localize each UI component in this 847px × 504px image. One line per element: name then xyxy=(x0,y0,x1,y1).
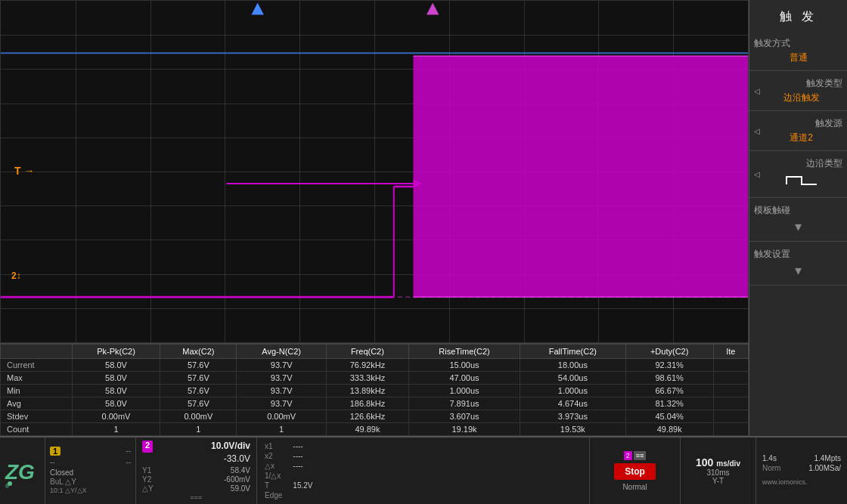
ch1-number: 1 xyxy=(50,447,60,456)
row-label: Stdev xyxy=(1,410,73,423)
svg-marker-2 xyxy=(427,3,439,15)
row-cell: 1.000us xyxy=(408,385,520,397)
ch2-badge: 2 xyxy=(624,451,632,460)
edge-type-label: 边沿类型 xyxy=(760,157,842,170)
col-header-fall: FallTime(C2) xyxy=(520,345,625,359)
row-cell: 1 xyxy=(72,423,160,436)
ch2-offset: -33.0V xyxy=(224,453,250,464)
trigger-mode-label: 触发方式 xyxy=(754,37,842,50)
time-val: 310ms xyxy=(706,468,729,477)
trigger-source-item[interactable]: ◁ 触发源 通道2 xyxy=(749,111,847,151)
row-label: Avg xyxy=(1,397,73,410)
col-header-rise: RiseTime(C2) xyxy=(408,345,520,359)
row-cell xyxy=(713,385,748,397)
stop-button-area: 2 ≡≡ Stop Normal xyxy=(590,438,681,504)
trigger-2-marker: 2↕ xyxy=(11,271,21,281)
edge-val xyxy=(293,491,312,499)
template-trigger-item[interactable]: 模板触碰 ▾ xyxy=(749,198,847,242)
edge-label: Edge xyxy=(265,491,282,499)
col-header-avgn: Avg-N(C2) xyxy=(237,345,327,359)
row-cell: 45.04% xyxy=(625,410,713,423)
right-panel: 触 发 触发方式 普通 ◁ 触发类型 边沿触发 ◁ 触发源 通道2 xyxy=(749,0,847,436)
trigger-source-label: 触发源 xyxy=(760,117,842,130)
trigger-cursor-info: x1 ---- x2 ---- △x ---- 1/△x T 15.2V Edg… xyxy=(257,438,590,504)
row-cell: 47.00us xyxy=(408,372,520,385)
row-cell xyxy=(713,397,748,410)
row-cell: 18.00us xyxy=(520,359,625,372)
ch2-dy: 59.0V xyxy=(231,484,250,493)
dx-label: △x xyxy=(265,462,282,470)
row-cell: 93.7V xyxy=(237,359,327,372)
trigger-type-value: 边沿触发 xyxy=(760,91,842,104)
table-row: Max58.0V57.6V93.7V333.3kHz47.00us54.00us… xyxy=(1,372,749,385)
row-cell: 4.674us xyxy=(520,397,625,410)
row-label: Max xyxy=(1,372,73,385)
row-cell: 57.6V xyxy=(160,397,237,410)
row-cell: 0.00mV xyxy=(237,410,327,423)
ch2-number: 2 xyxy=(142,441,153,453)
x1-label: x1 xyxy=(265,442,282,450)
yt-label: Y-T xyxy=(712,477,724,485)
edge-type-item[interactable]: ◁ 边沿类型 xyxy=(749,151,847,198)
trigger-type-arrow: ◁ xyxy=(754,87,760,95)
row-cell: 3.607us xyxy=(408,410,520,423)
monitor-badge: ≡≡ xyxy=(634,451,647,460)
stop-button[interactable]: Stop xyxy=(614,463,656,480)
trigger-type-item[interactable]: ◁ 触发类型 边沿触发 xyxy=(749,71,847,111)
col-header-duty: +Duty(C2) xyxy=(625,345,713,359)
col-header-freq: Freq(C2) xyxy=(326,345,408,359)
row-cell: 49.89k xyxy=(625,423,713,436)
row-cell: 58.0V xyxy=(72,372,160,385)
row-cell: 3.973us xyxy=(520,410,625,423)
dx-val: ---- xyxy=(293,462,312,470)
trigger-settings-item[interactable]: 触发设置 ▾ xyxy=(749,242,847,286)
row-cell: 93.7V xyxy=(237,397,327,410)
template-trigger-label: 模板触碰 xyxy=(754,204,842,217)
ch2-y1-label: Y1 xyxy=(142,466,151,475)
row-label: Min xyxy=(1,385,73,397)
trigger-mode-item[interactable]: 触发方式 普通 xyxy=(749,31,847,71)
row-cell: 0.00mV xyxy=(160,410,237,423)
table-row: Avg58.0V57.6V93.7V186.8kHz7.891us4.674us… xyxy=(1,397,749,410)
trigger-source-value: 通道2 xyxy=(760,131,842,144)
row-cell: 93.7V xyxy=(237,385,327,397)
trigger-type-label: 触发类型 xyxy=(760,77,842,90)
ch2-dy-label: △Y xyxy=(142,484,154,493)
ch2-info: 2 10.0V/div -33.0V Y1 58.4V Y2 -600mV △Y… xyxy=(136,438,257,504)
row-cell xyxy=(713,410,748,423)
x2-label: x2 xyxy=(265,452,282,460)
row-cell: 126.6kHz xyxy=(326,410,408,423)
ch1-closed: Closed xyxy=(50,468,73,477)
row-cell: 58.0V xyxy=(72,397,160,410)
table-row: Current58.0V57.6V93.7V76.92kHz15.00us18.… xyxy=(1,359,749,372)
row-cell: 1 xyxy=(237,423,327,436)
waveform-area: T → 2↕ xyxy=(0,0,749,343)
time-display: 100 ms/div 310ms Y-T xyxy=(681,438,756,504)
row-cell: 57.6V xyxy=(160,385,237,397)
norm-label: Norm xyxy=(762,464,780,472)
row-cell: 57.6V xyxy=(160,359,237,372)
website: www.iomonics. xyxy=(762,478,808,486)
norm-sample: 1.00MSa/ xyxy=(808,464,841,472)
row-label: Count xyxy=(1,423,73,436)
col-header-label xyxy=(1,345,73,359)
scope-display: T → 2↕ Pk-Pk(C2) Max(C2) Avg-N(C2) Freq(… xyxy=(0,0,749,436)
row-cell: 186.8kHz xyxy=(326,397,408,410)
trigger-mode-value: 普通 xyxy=(754,51,842,64)
row-cell: 93.7V xyxy=(237,372,327,385)
ch1-bul: BuL △Y xyxy=(50,478,76,486)
row-cell: 1.000us xyxy=(520,385,625,397)
table-row: Stdev0.00mV0.00mV0.00mV126.6kHz3.607us3.… xyxy=(1,410,749,423)
x1-val: ---- xyxy=(293,442,312,450)
svg-rect-10 xyxy=(413,56,748,297)
row-cell: 19.19k xyxy=(408,423,520,436)
measurement-table: Pk-Pk(C2) Max(C2) Avg-N(C2) Freq(C2) Ris… xyxy=(0,344,749,436)
trigger-settings-label: 触发设置 xyxy=(754,248,842,261)
normal-label: Normal xyxy=(622,483,647,491)
trigger-source-arrow: ◁ xyxy=(754,127,760,135)
row-cell: 66.67% xyxy=(625,385,713,397)
row-cell xyxy=(713,359,748,372)
ch1-dash2: -- xyxy=(50,458,55,466)
row-cell: 58.0V xyxy=(72,359,160,372)
ch1-dash: -- xyxy=(126,447,131,456)
